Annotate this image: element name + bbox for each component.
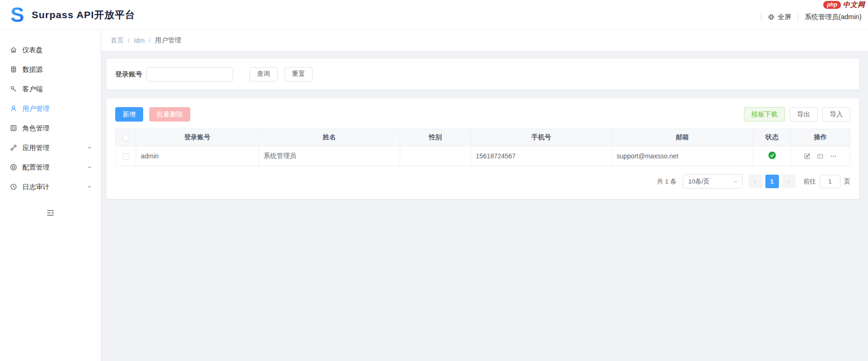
- column-header-name: 姓名: [259, 129, 400, 146]
- logo-icon: S: [7, 5, 27, 25]
- app-link-icon: [10, 144, 17, 151]
- batch-delete-button[interactable]: 批量删除: [149, 107, 190, 122]
- edit-icon[interactable]: [804, 153, 811, 160]
- role-icon: [10, 124, 17, 132]
- query-button[interactable]: 查询: [250, 67, 278, 82]
- datasource-icon: [10, 66, 17, 73]
- prev-page-button[interactable]: ‹: [749, 175, 762, 188]
- chevron-down-icon: [87, 164, 92, 170]
- watermark-label: 中文网: [843, 0, 865, 9]
- template-download-button[interactable]: 模板下载: [744, 107, 785, 122]
- sidebar-item-datasource[interactable]: 数据源: [0, 60, 101, 79]
- breadcrumb-idm[interactable]: Idm: [134, 37, 145, 44]
- chevron-down-icon: [87, 184, 92, 190]
- collapse-icon: [46, 209, 55, 217]
- table-toolbar: 新增 批量删除 模板下载 导出 导入: [115, 107, 850, 122]
- page-title: Surpass API开放平台: [32, 8, 135, 21]
- cell-name: 系统管理员: [259, 146, 400, 166]
- sidebar-item-label: 客户端: [22, 85, 43, 94]
- user-table-panel: 新增 批量删除 模板下载 导出 导入: [106, 98, 859, 199]
- row-select-cell: [116, 146, 136, 166]
- sidebar-item-app-management[interactable]: 应用管理: [0, 138, 101, 157]
- chevron-down-icon: [733, 179, 738, 184]
- php-badge-icon: php: [823, 1, 841, 9]
- key-icon: [10, 85, 17, 93]
- sidebar-collapse-button[interactable]: [46, 209, 55, 217]
- cell-account: admin: [136, 146, 259, 166]
- column-header-phone: 手机号: [471, 129, 612, 146]
- sidebar-item-label: 仪表盘: [22, 46, 43, 54]
- table-header-row: 登录账号 姓名 性别 手机号 邮箱 状态 操作: [116, 129, 850, 146]
- breadcrumb-current: 用户管理: [155, 36, 181, 45]
- page-size-value: 10条/页: [688, 177, 710, 186]
- page-size-select[interactable]: 10条/页: [683, 174, 743, 189]
- table-row: admin 系统管理员 15618724567 support@maxsso.n…: [116, 146, 850, 166]
- page-number-button[interactable]: 1: [765, 175, 779, 188]
- user-icon: [10, 105, 17, 112]
- import-button[interactable]: 导入: [822, 107, 850, 122]
- reset-button[interactable]: 重置: [285, 67, 312, 82]
- next-page-button[interactable]: ›: [782, 175, 796, 188]
- sidebar-item-label: 配置管理: [22, 163, 49, 172]
- select-all-checkbox[interactable]: [123, 135, 129, 141]
- column-header-account: 登录账号: [136, 129, 259, 146]
- sidebar-item-config-management[interactable]: 配置管理: [0, 157, 101, 177]
- column-header-actions: 操作: [791, 129, 850, 146]
- sidebar-item-role-management[interactable]: 角色管理: [0, 118, 101, 138]
- cell-status: [753, 146, 791, 166]
- breadcrumb: 首页 / Idm / 用户管理: [101, 30, 868, 51]
- pagination: 共 1 条 10条/页 ‹ 1 › 前往: [115, 174, 850, 189]
- user-table: 登录账号 姓名 性别 手机号 邮箱 状态 操作 admin: [115, 129, 850, 166]
- column-header-email: 邮箱: [612, 129, 753, 146]
- page-unit-label: 页: [844, 177, 851, 186]
- sidebar-item-label: 角色管理: [22, 124, 49, 133]
- status-enabled-icon: [768, 151, 776, 159]
- login-account-input[interactable]: [146, 67, 233, 82]
- app-header: S Surpass API开放平台 php 中文网 全屏 系统管理员(admin…: [0, 0, 868, 30]
- goto-label: 前往: [804, 177, 816, 186]
- divider: [761, 13, 761, 21]
- more-actions-icon[interactable]: [830, 153, 837, 160]
- header-actions: 全屏 系统管理员(admin): [761, 13, 868, 21]
- sidebar-item-user-management[interactable]: 用户管理: [0, 99, 101, 118]
- logo-area: S Surpass API开放平台: [0, 5, 135, 25]
- breadcrumb-separator: /: [128, 37, 130, 44]
- goto-page-input[interactable]: [820, 175, 840, 188]
- home-icon: [10, 46, 17, 54]
- fullscreen-label: 全屏: [778, 13, 791, 21]
- cell-actions: [791, 146, 850, 166]
- sidebar-item-dashboard[interactable]: 仪表盘: [0, 40, 101, 60]
- fullscreen-icon: [768, 14, 775, 20]
- search-panel: 登录账号 查询 重置: [106, 59, 859, 89]
- cell-gender: [400, 146, 471, 166]
- sidebar: 仪表盘 数据源 客户端 用户管理 角色管理: [0, 30, 101, 361]
- row-checkbox[interactable]: [123, 153, 129, 160]
- breadcrumb-separator: /: [149, 37, 151, 44]
- svg-text:S: S: [10, 5, 24, 25]
- log-clock-icon: [10, 183, 17, 191]
- column-header-status: 状态: [753, 129, 791, 146]
- detail-card-icon[interactable]: [817, 153, 824, 160]
- sidebar-item-client[interactable]: 客户端: [0, 79, 101, 99]
- current-user[interactable]: 系统管理员(admin): [805, 13, 861, 21]
- cell-email: support@maxsso.net: [612, 146, 753, 166]
- breadcrumb-home[interactable]: 首页: [111, 36, 124, 45]
- sidebar-item-label: 用户管理: [22, 104, 49, 113]
- fullscreen-button[interactable]: 全屏: [768, 13, 791, 21]
- cell-phone: 15618724567: [471, 146, 612, 166]
- sidebar-item-label: 日志审计: [22, 183, 49, 191]
- sidebar-item-label: 应用管理: [22, 143, 49, 152]
- php-watermark: php 中文网: [823, 0, 865, 9]
- main-area: 首页 / Idm / 用户管理 登录账号 查询 重置 新增 批量删除: [101, 30, 868, 361]
- add-button[interactable]: 新增: [115, 107, 143, 122]
- total-count: 共 1 条: [657, 177, 676, 186]
- sidebar-item-log-audit[interactable]: 日志审计: [0, 177, 101, 197]
- sidebar-item-label: 数据源: [22, 65, 43, 74]
- divider: [798, 13, 798, 21]
- search-field-label: 登录账号: [115, 70, 142, 79]
- select-all-cell: [116, 129, 136, 146]
- column-header-gender: 性别: [400, 129, 471, 146]
- config-icon: [10, 163, 17, 171]
- export-button[interactable]: 导出: [790, 107, 818, 122]
- chevron-down-icon: [87, 145, 92, 150]
